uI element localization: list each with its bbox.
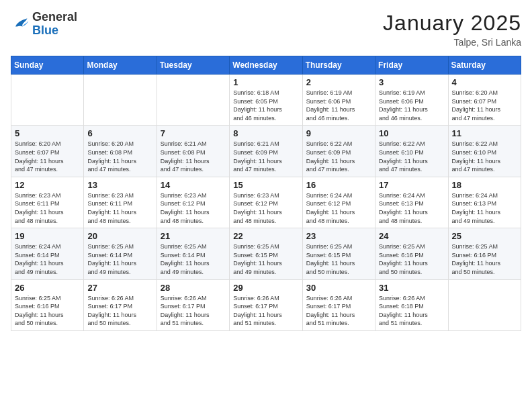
calendar-cell [11, 75, 84, 126]
day-number: 31 [379, 283, 444, 293]
day-number: 23 [306, 231, 371, 241]
logo-text: General Blue [32, 11, 77, 38]
day-number: 8 [233, 128, 298, 138]
cell-content: Sunrise: 6:24 AMSunset: 6:12 PMDaylight:… [306, 191, 371, 225]
day-number: 9 [306, 128, 371, 138]
day-number: 12 [15, 180, 80, 190]
week-row-2: 5Sunrise: 6:20 AMSunset: 6:07 PMDaylight… [11, 126, 521, 177]
day-number: 22 [233, 231, 298, 241]
column-header-friday: Friday [375, 56, 448, 75]
month-title: January 2025 [383, 11, 521, 36]
cell-content: Sunrise: 6:23 AMSunset: 6:11 PMDaylight:… [87, 191, 152, 225]
day-number: 10 [379, 128, 444, 138]
day-number: 21 [161, 231, 226, 241]
day-number: 5 [15, 128, 80, 138]
calendar-cell: 4Sunrise: 6:20 AMSunset: 6:07 PMDaylight… [448, 75, 521, 126]
cell-content: Sunrise: 6:18 AMSunset: 6:05 PMDaylight:… [233, 89, 298, 122]
cell-content: Sunrise: 6:25 AMSunset: 6:14 PMDaylight:… [87, 242, 152, 276]
week-row-3: 12Sunrise: 6:23 AMSunset: 6:11 PMDayligh… [11, 177, 521, 228]
cell-content: Sunrise: 6:23 AMSunset: 6:12 PMDaylight:… [233, 191, 298, 225]
day-number: 24 [379, 231, 444, 241]
cell-content: Sunrise: 6:26 AMSunset: 6:17 PMDaylight:… [161, 294, 226, 328]
day-number: 30 [306, 283, 371, 293]
calendar-cell: 1Sunrise: 6:18 AMSunset: 6:05 PMDaylight… [230, 75, 302, 126]
column-header-monday: Monday [84, 56, 157, 75]
calendar-cell: 24Sunrise: 6:25 AMSunset: 6:16 PMDayligh… [375, 228, 448, 279]
calendar-cell: 15Sunrise: 6:23 AMSunset: 6:12 PMDayligh… [230, 177, 302, 228]
day-number: 4 [452, 77, 517, 87]
cell-content: Sunrise: 6:25 AMSunset: 6:16 PMDaylight:… [452, 242, 517, 276]
day-number: 18 [452, 180, 517, 190]
day-number: 13 [87, 180, 152, 190]
day-number: 6 [87, 128, 152, 138]
calendar-cell: 5Sunrise: 6:20 AMSunset: 6:07 PMDaylight… [11, 126, 84, 177]
cell-content: Sunrise: 6:21 AMSunset: 6:09 PMDaylight:… [233, 140, 298, 173]
cell-content: Sunrise: 6:23 AMSunset: 6:12 PMDaylight:… [161, 191, 226, 225]
calendar-cell: 22Sunrise: 6:25 AMSunset: 6:15 PMDayligh… [230, 228, 302, 279]
cell-content: Sunrise: 6:26 AMSunset: 6:17 PMDaylight:… [233, 294, 298, 328]
calendar-cell: 25Sunrise: 6:25 AMSunset: 6:16 PMDayligh… [448, 228, 521, 279]
calendar-cell: 27Sunrise: 6:26 AMSunset: 6:17 PMDayligh… [84, 279, 157, 330]
calendar-cell: 11Sunrise: 6:22 AMSunset: 6:10 PMDayligh… [448, 126, 521, 177]
calendar-cell: 29Sunrise: 6:26 AMSunset: 6:17 PMDayligh… [230, 279, 302, 330]
calendar-cell: 10Sunrise: 6:22 AMSunset: 6:10 PMDayligh… [375, 126, 448, 177]
cell-content: Sunrise: 6:20 AMSunset: 6:07 PMDaylight:… [452, 89, 517, 122]
calendar-cell: 31Sunrise: 6:26 AMSunset: 6:18 PMDayligh… [375, 279, 448, 330]
calendar-cell: 9Sunrise: 6:22 AMSunset: 6:09 PMDaylight… [302, 126, 375, 177]
day-number: 29 [233, 283, 298, 293]
day-number: 7 [161, 128, 226, 138]
day-number: 17 [379, 180, 444, 190]
column-header-sunday: Sunday [11, 56, 84, 75]
calendar-cell: 2Sunrise: 6:19 AMSunset: 6:06 PMDaylight… [302, 75, 375, 126]
cell-content: Sunrise: 6:24 AMSunset: 6:14 PMDaylight:… [15, 242, 80, 276]
week-row-5: 26Sunrise: 6:25 AMSunset: 6:16 PMDayligh… [11, 279, 521, 330]
calendar-header-row: SundayMondayTuesdayWednesdayThursdayFrid… [11, 56, 521, 75]
calendar-cell: 18Sunrise: 6:24 AMSunset: 6:13 PMDayligh… [448, 177, 521, 228]
day-number: 11 [452, 128, 517, 138]
cell-content: Sunrise: 6:20 AMSunset: 6:07 PMDaylight:… [15, 140, 80, 173]
page-header: General Blue January 2025 Talpe, Sri Lan… [11, 11, 521, 48]
cell-content: Sunrise: 6:19 AMSunset: 6:06 PMDaylight:… [306, 89, 371, 122]
cell-content: Sunrise: 6:25 AMSunset: 6:15 PMDaylight:… [306, 242, 371, 276]
cell-content: Sunrise: 6:26 AMSunset: 6:17 PMDaylight:… [306, 294, 371, 328]
week-row-1: 1Sunrise: 6:18 AMSunset: 6:05 PMDaylight… [11, 75, 521, 126]
cell-content: Sunrise: 6:24 AMSunset: 6:13 PMDaylight:… [379, 191, 444, 225]
day-number: 15 [233, 180, 298, 190]
calendar-cell: 28Sunrise: 6:26 AMSunset: 6:17 PMDayligh… [157, 279, 229, 330]
logo-general: General [32, 11, 77, 24]
day-number: 14 [161, 180, 226, 190]
day-number: 3 [379, 77, 444, 87]
calendar-cell: 12Sunrise: 6:23 AMSunset: 6:11 PMDayligh… [11, 177, 84, 228]
logo-blue: Blue [32, 24, 77, 38]
day-number: 20 [87, 231, 152, 241]
cell-content: Sunrise: 6:25 AMSunset: 6:14 PMDaylight:… [161, 242, 226, 276]
calendar-cell: 20Sunrise: 6:25 AMSunset: 6:14 PMDayligh… [84, 228, 157, 279]
day-number: 16 [306, 180, 371, 190]
cell-content: Sunrise: 6:25 AMSunset: 6:16 PMDaylight:… [379, 242, 444, 276]
week-row-4: 19Sunrise: 6:24 AMSunset: 6:14 PMDayligh… [11, 228, 521, 279]
cell-content: Sunrise: 6:20 AMSunset: 6:08 PMDaylight:… [87, 140, 152, 173]
calendar-cell [448, 279, 521, 330]
calendar-cell [84, 75, 157, 126]
logo: General Blue [11, 11, 77, 38]
calendar-cell: 26Sunrise: 6:25 AMSunset: 6:16 PMDayligh… [11, 279, 84, 330]
cell-content: Sunrise: 6:26 AMSunset: 6:17 PMDaylight:… [87, 294, 152, 328]
calendar-cell: 21Sunrise: 6:25 AMSunset: 6:14 PMDayligh… [157, 228, 229, 279]
cell-content: Sunrise: 6:19 AMSunset: 6:06 PMDaylight:… [379, 89, 444, 122]
day-number: 25 [452, 231, 517, 241]
title-section: January 2025 Talpe, Sri Lanka [383, 11, 521, 48]
day-number: 27 [87, 283, 152, 293]
calendar-cell: 13Sunrise: 6:23 AMSunset: 6:11 PMDayligh… [84, 177, 157, 228]
cell-content: Sunrise: 6:25 AMSunset: 6:16 PMDaylight:… [15, 294, 80, 328]
cell-content: Sunrise: 6:21 AMSunset: 6:08 PMDaylight:… [161, 140, 226, 173]
day-number: 19 [15, 231, 80, 241]
calendar-cell [157, 75, 229, 126]
cell-content: Sunrise: 6:25 AMSunset: 6:15 PMDaylight:… [233, 242, 298, 276]
calendar-cell: 19Sunrise: 6:24 AMSunset: 6:14 PMDayligh… [11, 228, 84, 279]
cell-content: Sunrise: 6:22 AMSunset: 6:09 PMDaylight:… [306, 140, 371, 173]
column-header-saturday: Saturday [448, 56, 521, 75]
cell-content: Sunrise: 6:24 AMSunset: 6:13 PMDaylight:… [452, 191, 517, 225]
calendar-cell: 3Sunrise: 6:19 AMSunset: 6:06 PMDaylight… [375, 75, 448, 126]
calendar-cell: 30Sunrise: 6:26 AMSunset: 6:17 PMDayligh… [302, 279, 375, 330]
column-header-thursday: Thursday [302, 56, 375, 75]
